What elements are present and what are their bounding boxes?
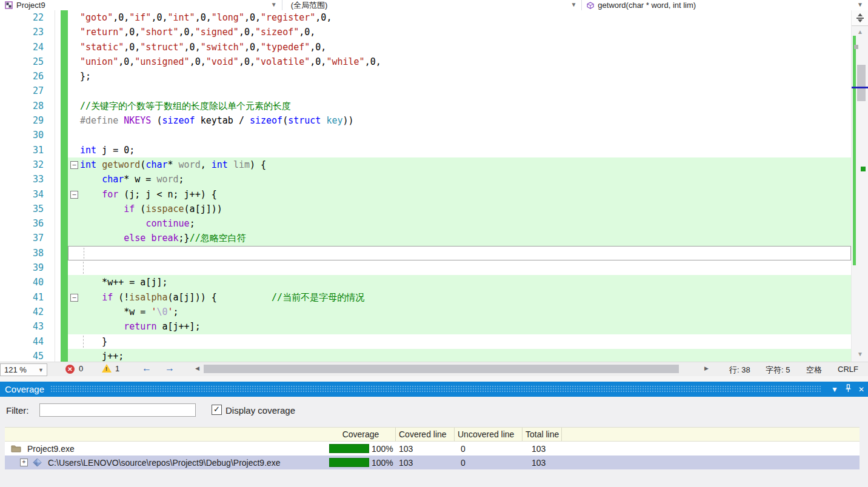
gutter-gap <box>44 157 61 172</box>
gutter-gap <box>44 84 61 98</box>
vertical-scrollbar[interactable]: ▲ ▼ <box>851 10 868 362</box>
code-line-content[interactable]: – for (j; j < n; j++) { <box>68 187 851 202</box>
filter-input[interactable] <box>39 403 196 417</box>
code-line[interactable]: 29#define NKEYS (sizeof keytab / sizeof(… <box>0 113 851 128</box>
code-line-content[interactable] <box>68 84 851 98</box>
code-line-content[interactable]: "goto",0,"if",0,"int",0,"long",0,"regist… <box>68 10 851 25</box>
code-line-content[interactable]: "union",0,"unsigned",0,"void",0,"volatil… <box>68 55 851 69</box>
code-line-content[interactable]: –int getword(char* word, int lim) { <box>68 157 851 172</box>
fold-collapse-icon[interactable]: – <box>70 294 78 302</box>
line-number: 31 <box>0 143 44 157</box>
line-number: 27 <box>0 84 44 98</box>
close-icon[interactable]: ✕ <box>855 385 868 394</box>
code-line-content[interactable] <box>68 128 851 142</box>
code-line[interactable]: 23"return",0,"short",0,"signed",0,"sizeo… <box>0 25 851 39</box>
code-line[interactable]: 30 <box>0 128 851 142</box>
code-line-content[interactable]: int j = 0; <box>68 143 851 157</box>
horizontal-scrollbar-thumb[interactable] <box>204 365 679 373</box>
code-line[interactable]: 35 if (isspace(a[j])) <box>0 202 851 216</box>
project-dropdown[interactable]: Project9 ▼ <box>0 0 282 10</box>
column-header-name <box>5 428 326 441</box>
code-line-content[interactable]: //关键字的个数等于数组的长度除以单个元素的长度 <box>68 99 851 113</box>
hscroll-left-arrow[interactable]: ◀ <box>195 365 199 371</box>
coverage-panel-title: Coverage <box>0 384 44 394</box>
code-text: else break;}//忽略空白符 <box>68 231 851 245</box>
navigation-bar: Project9 ▼ (全局范围) ▼ getword(char * word,… <box>0 0 868 11</box>
line-number: 26 <box>0 69 44 84</box>
coverage-margin-bar <box>61 334 68 349</box>
code-line[interactable]: 44 } <box>0 334 851 349</box>
error-icon[interactable]: ✕ <box>65 365 75 374</box>
code-line[interactable]: 34– for (j; j < n; j++) { <box>0 187 851 202</box>
code-line-content[interactable]: *w++ = a[j]; <box>68 275 851 290</box>
vertical-scrollbar-thumb[interactable] <box>857 65 866 101</box>
code-line[interactable]: 31int j = 0; <box>0 143 851 157</box>
table-row[interactable]: +C:\Users\LENOVO\source\repos\Project9\D… <box>5 456 860 469</box>
pin-icon[interactable] <box>841 384 855 394</box>
code-line-content[interactable]: else break;}//忽略空白符 <box>68 231 851 245</box>
code-line-content[interactable]: }; <box>68 69 851 84</box>
code-line[interactable]: 40 *w++ = a[j]; <box>0 275 851 290</box>
coverage-cell: 100% <box>326 456 396 469</box>
scroll-down-arrow[interactable]: ▼ <box>852 351 868 357</box>
code-line[interactable]: 45 j++; <box>0 349 851 362</box>
code-line-content[interactable]: "return",0,"short",0,"signed",0,"sizeof"… <box>68 25 851 39</box>
column-header[interactable]: Total line <box>522 428 562 441</box>
table-row[interactable]: Project9.exe100%1030103 <box>5 442 860 456</box>
code-line-content[interactable]: if (isspace(a[j])) <box>68 202 851 216</box>
code-line-content[interactable]: continue; <box>68 216 851 231</box>
window-position-chevron-icon[interactable]: ▼ <box>828 385 841 394</box>
code-line[interactable]: 33 char* w = word; <box>0 172 851 187</box>
code-line-content[interactable] <box>68 260 851 275</box>
navigate-back-arrow[interactable]: ← <box>142 363 152 374</box>
code-line[interactable]: 25"union",0,"unsigned",0,"void",0,"volat… <box>0 55 851 69</box>
code-line-content[interactable]: – if (!isalpha(a[j])) { //当前不是字母的情况 <box>68 290 851 305</box>
editor-splitter-handle[interactable] <box>852 10 868 26</box>
horizontal-scrollbar[interactable] <box>204 365 701 373</box>
code-line-content[interactable]: j++; <box>68 349 851 362</box>
code-line[interactable]: 42 *w = '\0'; <box>0 305 851 319</box>
ide-window: Project9 ▼ (全局范围) ▼ getword(char * word,… <box>0 0 868 487</box>
column-header[interactable]: Uncovered line <box>455 428 522 441</box>
code-text: int j = 0; <box>68 143 851 157</box>
column-header[interactable]: Coverage <box>326 428 396 441</box>
code-line[interactable]: 32–int getword(char* word, int lim) { <box>0 157 851 172</box>
code-line[interactable]: 39 <box>0 260 851 275</box>
fold-collapse-icon[interactable]: – <box>70 161 78 169</box>
coverage-annotation-strip <box>853 36 856 265</box>
code-line-content[interactable]: "static",0,"struct",0,"switch",0,"typede… <box>68 40 851 55</box>
code-line[interactable]: 28//关键字的个数等于数组的长度除以单个元素的长度 <box>0 99 851 113</box>
code-line[interactable]: 27 <box>0 84 851 98</box>
code-editor[interactable]: 22"goto",0,"if",0,"int",0,"long",0,"regi… <box>0 10 851 362</box>
code-line[interactable]: 38 <box>0 246 851 260</box>
code-line-content[interactable]: } <box>68 334 851 349</box>
code-line[interactable]: 22"goto",0,"if",0,"int",0,"long",0,"regi… <box>0 10 851 25</box>
code-line-content[interactable]: #define NKEYS (sizeof keytab / sizeof(st… <box>68 113 851 128</box>
code-line[interactable]: 37 else break;}//忽略空白符 <box>0 231 851 245</box>
gutter-gap <box>44 143 61 157</box>
coverage-margin-bar <box>61 172 68 187</box>
code-line-content[interactable]: return a[j++]; <box>68 319 851 334</box>
warning-icon[interactable] <box>102 364 112 373</box>
code-line[interactable]: 26}; <box>0 69 851 84</box>
gutter-gap <box>44 319 61 334</box>
member-dropdown[interactable]: getword(char * word, int lim) ▼ <box>582 0 868 10</box>
scope-dropdown[interactable]: (全局范围) ▼ <box>282 0 583 10</box>
code-line[interactable]: 36 continue; <box>0 216 851 231</box>
code-line-content[interactable]: char* w = word; <box>68 172 851 187</box>
scroll-up-arrow[interactable]: ▲ <box>852 28 868 35</box>
column-header[interactable]: Covered line <box>396 428 455 441</box>
code-line[interactable]: 24"static",0,"struct",0,"switch",0,"type… <box>0 40 851 55</box>
code-line-content[interactable]: *w = '\0'; <box>68 305 851 319</box>
fold-collapse-icon[interactable]: – <box>70 191 78 199</box>
expand-icon[interactable]: + <box>20 459 28 466</box>
code-line[interactable]: 41– if (!isalpha(a[j])) { //当前不是字母的情况 <box>0 290 851 305</box>
navigate-forward-arrow[interactable]: → <box>165 363 175 374</box>
code-line[interactable]: 43 return a[j++]; <box>0 319 851 334</box>
hscroll-right-arrow[interactable]: ▶ <box>704 365 709 371</box>
current-line[interactable] <box>68 246 851 260</box>
coverage-progress-bar <box>329 458 369 467</box>
zoom-select[interactable]: 121 % ▼ <box>0 363 47 376</box>
display-coverage-checkbox[interactable]: ✓ <box>212 405 222 415</box>
coverage-panel-body: Filter: ✓ Display coverage CoverageCover… <box>0 397 868 487</box>
